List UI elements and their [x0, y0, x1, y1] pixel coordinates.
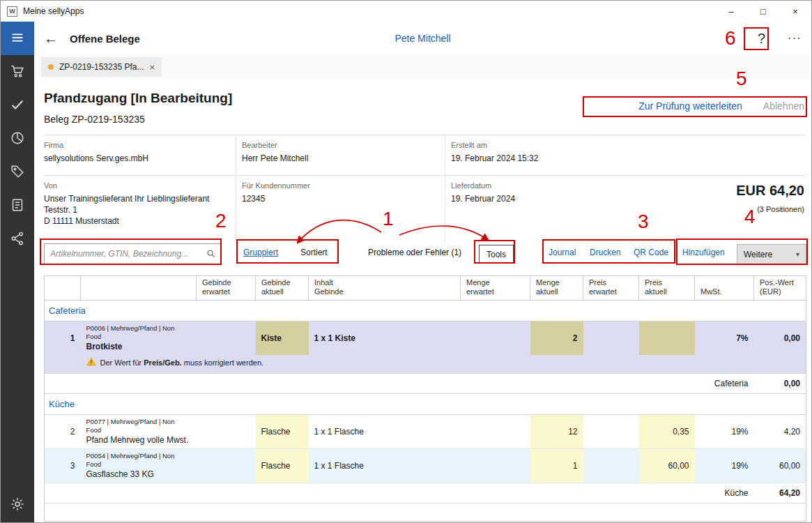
cart-icon: [10, 63, 25, 81]
table-row[interactable]: 1 P0006 | Mehrweg/Pfand | Non Food Brotk…: [45, 321, 806, 356]
tab-close-icon[interactable]: ×: [149, 62, 155, 73]
article-meta: P0006 | Mehrweg/Pfand | Non Food: [86, 324, 191, 341]
subtotal-value: 0,00: [754, 374, 806, 394]
preis-aktuell-cell[interactable]: [639, 321, 695, 356]
menge-erwartet-cell: [461, 449, 530, 483]
share-icon: [10, 231, 25, 248]
tab-label: ZP-0219-153235 Pfa...: [59, 62, 144, 72]
user-link[interactable]: Pete Mitchell: [394, 33, 450, 44]
preis-aktuell-cell[interactable]: 60,00: [639, 449, 695, 483]
preis-erwartet-cell: [583, 449, 639, 483]
col-pos-wert: Pos.-Wert (EUR): [754, 276, 806, 301]
col-preis-erwartet: Preis erwartet: [583, 276, 639, 301]
tools-button[interactable]: Tools: [479, 245, 514, 264]
back-button[interactable]: ←: [44, 31, 58, 45]
more-actions-label: Weitere: [744, 250, 772, 259]
maximize-button[interactable]: □: [747, 1, 779, 22]
qr-code-link[interactable]: QR Code: [634, 248, 668, 257]
fields-row-1: Firma sellysolutions Serv.ges.mbH Bearbe…: [44, 135, 804, 175]
menge-aktuell-cell[interactable]: 1: [530, 449, 583, 483]
app-icon: W: [7, 6, 17, 17]
preis-erwartet-cell: [583, 321, 639, 356]
sidebar-item-cart[interactable]: [1, 55, 34, 89]
problems-indicator[interactable]: Probleme oder Fehler (1): [368, 248, 461, 257]
article-cell: P0054 | Mehrweg/Pfand | Non Food Gasflas…: [81, 449, 197, 483]
col-menge-aktuell: Menge aktuell: [530, 276, 583, 301]
search-input[interactable]: [45, 248, 206, 259]
erstellt-value: 19. Februar 2024 15:32: [451, 153, 804, 164]
menu-toggle-button[interactable]: [1, 22, 34, 55]
minimize-button[interactable]: –: [715, 1, 747, 22]
article-meta: P0077 | Mehrweg/Pfand | Non Food: [86, 418, 191, 434]
group-subtotal-row: Cafeteria 0,00: [45, 374, 806, 394]
menge-aktuell-cell[interactable]: 12: [530, 415, 583, 449]
gebinde-erwartet-cell: [197, 321, 256, 356]
page-title: Offene Belege: [70, 33, 140, 45]
col-inhalt-gebinde: Inhalt Gebinde: [309, 276, 461, 301]
help-button[interactable]: ?: [753, 31, 769, 47]
tab-document[interactable]: ZP-0219-153235 Pfa... ×: [41, 57, 162, 77]
book-icon: [10, 197, 25, 215]
print-link[interactable]: Drucken: [590, 248, 621, 257]
gebinde-aktuell-cell[interactable]: Kiste: [256, 321, 309, 356]
warning-icon: [86, 357, 96, 367]
bearbeiter-value: Herr Pete Mitchell: [242, 153, 445, 164]
sidebar-item-share[interactable]: [1, 222, 34, 256]
sidebar-item-settings[interactable]: [1, 489, 34, 521]
sidebar: [1, 22, 34, 522]
col-mwst: MwSt.: [695, 276, 754, 301]
chevron-down-icon: ▾: [796, 250, 799, 258]
sidebar-item-prices[interactable]: [1, 156, 34, 189]
gebinde-aktuell-cell[interactable]: Flasche: [256, 415, 309, 449]
sidebar-item-tasks[interactable]: [1, 89, 34, 122]
warning-row: Der Wert für Preis/Geb. muss korrigiert …: [45, 355, 806, 374]
preis-erwartet-cell: [583, 415, 639, 449]
col-preis-aktuell: Preis aktuell: [639, 276, 695, 301]
close-button[interactable]: ×: [779, 1, 811, 22]
group-header-row: Küche: [45, 394, 806, 415]
firma-value: sellysolutions Serv.ges.mbH: [44, 153, 236, 164]
von-value: Unser Trainingslieferant Ihr Lieblingsli…: [44, 193, 236, 227]
subtotal-label: Küche: [695, 483, 754, 503]
col-row-number: [45, 276, 81, 301]
document-title: Pfandzugang [In Bearbeitung]: [44, 90, 232, 107]
gebinde-erwartet-cell: [197, 415, 256, 449]
more-actions-dropdown[interactable]: Weitere ▾: [737, 244, 806, 264]
hamburger-icon: [10, 30, 25, 47]
menge-erwartet-cell: [461, 321, 530, 356]
window-controls: – □ ×: [715, 1, 811, 22]
menge-aktuell-cell[interactable]: 2: [530, 321, 583, 356]
table-row[interactable]: 2 P0077 | Mehrweg/Pfand | Non Food Pfand…: [45, 415, 806, 449]
document-total: EUR 64,20: [736, 183, 804, 199]
submit-review-button[interactable]: Zur Prüfung weiterleiten: [638, 100, 742, 135]
firma-label: Firma: [44, 141, 236, 149]
row-number: 1: [45, 321, 81, 356]
pos-wert-cell: 0,00: [754, 321, 806, 356]
bearbeiter-label: Bearbeiter: [242, 141, 445, 149]
article-name: Pfand Mehrweg volle Mwst.: [86, 435, 191, 446]
sidebar-item-journal[interactable]: [1, 189, 34, 222]
preis-aktuell-cell[interactable]: 0,35: [639, 415, 695, 449]
table-row[interactable]: 3 P0054 | Mehrweg/Pfand | Non Food Gasfl…: [45, 449, 806, 483]
reject-button[interactable]: Ablehnen: [763, 100, 804, 135]
group-name: Cafeteria: [45, 301, 806, 321]
gebinde-aktuell-cell[interactable]: Flasche: [256, 449, 309, 483]
sorted-toggle[interactable]: Sortiert: [300, 248, 328, 257]
journal-link[interactable]: Journal: [549, 248, 576, 257]
titlebar: W Meine sellyApps – □ ×: [1, 1, 811, 22]
sidebar-item-statistics[interactable]: [1, 122, 34, 156]
grouped-toggle[interactable]: Gruppiert: [243, 248, 278, 257]
tab-strip: ZP-0219-153235 Pfa... ×: [34, 55, 811, 79]
add-link[interactable]: Hinzufügen: [682, 248, 725, 257]
article-search: [44, 243, 222, 264]
gebinde-erwartet-cell: [197, 449, 256, 483]
group-name: Küche: [45, 394, 806, 415]
article-cell: P0006 | Mehrweg/Pfand | Non Food Brotkis…: [81, 321, 197, 356]
more-menu-button[interactable]: ···: [788, 31, 802, 45]
col-article: [81, 276, 197, 301]
warning-text: Der Wert für Preis/Geb. muss korrigiert …: [100, 358, 264, 367]
search-icon: [206, 249, 217, 259]
gear-icon: [10, 497, 25, 514]
inhalt-cell: 1 x 1 Flasche: [309, 449, 461, 483]
document-content: Pfandzugang [In Bearbeitung] Beleg ZP-02…: [44, 79, 804, 522]
